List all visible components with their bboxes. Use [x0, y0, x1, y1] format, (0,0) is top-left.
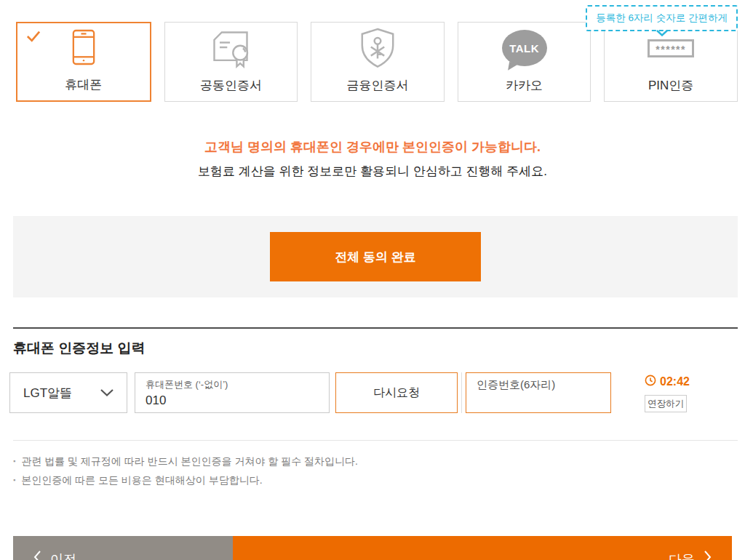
phone-icon — [67, 25, 100, 70]
auth-method-label: 카카오 — [506, 77, 543, 94]
kakaotalk-icon-text: TALK — [509, 42, 539, 55]
chevron-right-icon — [704, 551, 712, 560]
verification-form-row: LGT알뜰 휴대폰번호 (‘-없이’) 010 다시요청 인증번호(6자리) — [9, 372, 738, 413]
phone-number-label: 휴대폰번호 (‘-없이’) — [146, 378, 319, 391]
auth-code-input[interactable]: 인증번호(6자리) — [466, 372, 611, 413]
certificate-icon — [209, 25, 252, 71]
auth-method-card-pin[interactable]: ****** PIN인증 — [604, 22, 738, 102]
auth-code-label: 인증번호(6자리) — [477, 378, 600, 392]
notice-sub: 보험료 계산을 위한 정보로만 활용되니 안심하고 진행해 주세요. — [0, 163, 745, 180]
identity-verification-page: 등록한 6자리 숫자로 간편하게 휴대폰 — [0, 22, 745, 560]
verification-notice: 고객님 명의의 휴대폰인 경우에만 본인인증이 가능합니다. 보험료 계산을 위… — [0, 138, 745, 180]
pin-code-icon: ****** — [648, 25, 694, 71]
carrier-select[interactable]: LGT알뜰 — [9, 372, 127, 413]
kakaotalk-icon: TALK — [502, 25, 547, 71]
auth-method-label: 휴대폰 — [65, 76, 102, 93]
auth-method-label: 공동인증서 — [200, 77, 262, 94]
shield-key-icon — [358, 25, 397, 71]
agreement-panel: 전체 동의 완료 — [13, 216, 738, 297]
phone-number-value: 010 — [146, 393, 319, 408]
check-icon — [25, 30, 41, 43]
footnote-line: 본인인증에 따른 모든 비용은 현대해상이 부담합니다. — [13, 471, 745, 489]
agree-all-button[interactable]: 전체 동의 완료 — [270, 232, 481, 281]
auth-method-label: PIN인증 — [648, 77, 693, 94]
carrier-select-value: LGT알뜰 — [23, 385, 72, 401]
footnote-divider — [13, 440, 738, 441]
section-divider — [13, 327, 738, 329]
prev-button[interactable]: 이전 — [13, 536, 233, 560]
prev-button-label: 이전 — [50, 551, 76, 560]
clock-icon — [645, 375, 656, 389]
auth-method-card-financial-cert[interactable]: 금융인증서 — [311, 22, 445, 102]
notice-highlight: 고객님 명의의 휴대폰인 경우에만 본인인증이 가능합니다. — [0, 138, 745, 156]
auth-method-label: 금융인증서 — [346, 77, 408, 94]
auth-method-card-certificate[interactable]: 공동인증서 — [164, 22, 298, 102]
phone-number-input[interactable]: 휴대폰번호 (‘-없이’) 010 — [135, 372, 330, 413]
vertical-divider — [461, 372, 462, 413]
pin-code-icon-text: ****** — [648, 39, 694, 57]
timer-row: 02:42 — [645, 375, 690, 389]
form-title: 휴대폰 인증정보 입력 — [13, 339, 745, 358]
tooltip-arrow-down-icon — [656, 30, 668, 36]
resend-code-button[interactable]: 다시요청 — [335, 372, 458, 413]
timer-block: 02:42 연장하기 — [645, 372, 690, 413]
footnote-line: 관련 법률 및 제규정에 따라 반드시 본인인증을 거쳐야 할 필수 절차입니다… — [13, 452, 745, 471]
extend-timer-button[interactable]: 연장하기 — [645, 395, 687, 412]
next-button[interactable]: 다음 — [233, 536, 732, 560]
chevron-down-icon — [100, 385, 113, 400]
auth-method-card-phone[interactable]: 휴대폰 — [16, 22, 151, 102]
pin-auth-tooltip-text: 등록한 6자리 숫자로 간편하게 — [596, 12, 728, 23]
auth-method-card-kakao[interactable]: TALK 카카오 — [458, 22, 591, 102]
next-button-label: 다음 — [669, 551, 695, 560]
chevron-left-icon — [33, 551, 41, 560]
timer-remaining: 02:42 — [660, 375, 690, 388]
bottom-navigation: 이전 다음 — [13, 536, 732, 560]
pin-auth-tooltip: 등록한 6자리 숫자로 간편하게 — [586, 5, 738, 31]
auth-method-list: 휴대폰 공동인증서 — [16, 22, 738, 102]
footnotes: 관련 법률 및 제규정에 따라 반드시 본인인증을 거쳐야 할 필수 절차입니다… — [13, 452, 745, 489]
